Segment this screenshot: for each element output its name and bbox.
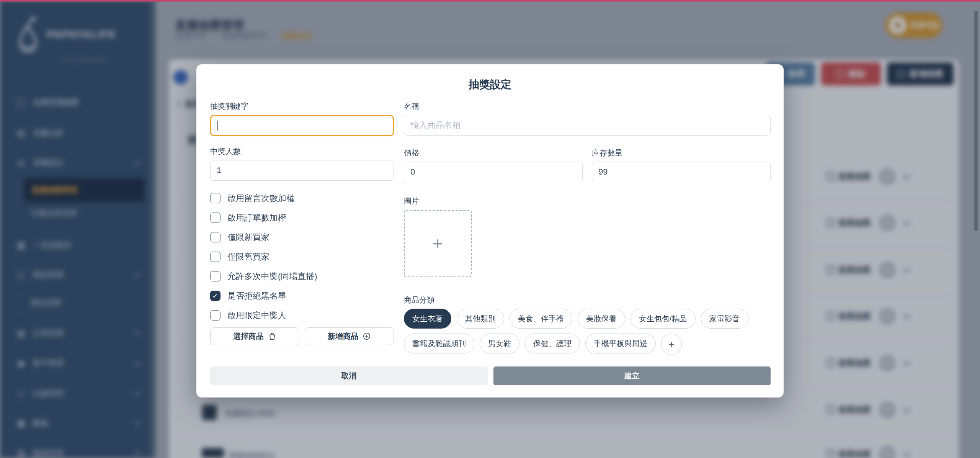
modal-right-column: 名稱 價格 庫存數量 圖片 + 商品分類 女生衣著 其他類別 美食 [404, 101, 771, 355]
winners-input[interactable] [210, 160, 394, 181]
checkbox[interactable] [210, 271, 220, 281]
price-input[interactable] [404, 162, 583, 182]
category-chip-shoes[interactable]: 男女鞋 [480, 334, 519, 353]
image-upload-dropzone[interactable]: + [404, 210, 472, 277]
product-buttons: 選擇商品 新增商品 [210, 327, 394, 345]
keyword-label: 抽獎關鍵字 [210, 101, 394, 111]
category-chips: 女生衣著 其他類別 美食、伴手禮 美妝保養 女生包包/精品 家電影音 書籍及雜誌… [404, 309, 771, 355]
checkbox[interactable] [210, 193, 220, 203]
add-product-button[interactable]: 新增商品 [305, 327, 394, 345]
checkbox[interactable] [210, 252, 220, 262]
modal-title: 抽獎設定 [196, 77, 784, 92]
checkbox-multiple-wins[interactable]: 允許多次中獎(同場直播) [210, 267, 394, 286]
category-chip-food-gifts[interactable]: 美食、伴手禮 [510, 309, 572, 329]
checkbox-reject-blacklist[interactable]: 是否拒絕黑名單 [210, 286, 394, 306]
image-label: 圖片 [404, 196, 771, 206]
text-caret [217, 121, 218, 131]
screen: PAPAYALIFE LIVE COMMERCE ◯ 直播營運總覽 ▤ 直播分析… [0, 0, 980, 458]
category-chip-electronics[interactable]: 家電影音 [701, 309, 748, 329]
price-label: 價格 [404, 148, 583, 158]
stock-label: 庫存數量 [592, 148, 771, 158]
plus-circle-icon [363, 332, 371, 340]
checkbox-checked[interactable] [210, 291, 220, 301]
category-label: 商品分類 [404, 295, 771, 305]
cancel-button[interactable]: 取消 [210, 366, 488, 385]
checkbox-old-buyers-only[interactable]: 僅限舊買家 [210, 247, 394, 267]
winners-label: 中獎人數 [210, 146, 394, 156]
lottery-settings-modal: 抽獎設定 抽獎關鍵字 中獎人數 啟用留言次數加權 啟用訂單數加權 僅限新買家 僅… [196, 64, 784, 397]
category-chip-women-clothing[interactable]: 女生衣著 [404, 309, 451, 329]
checkbox[interactable] [210, 213, 220, 223]
scrollbar-thumb[interactable] [974, 11, 978, 231]
price-stock-row: 價格 庫存數量 [404, 148, 771, 182]
add-category-chip[interactable]: + [661, 334, 682, 355]
stock-input[interactable] [592, 162, 771, 182]
category-chip-mobile[interactable]: 手機平板與周邊 [585, 334, 656, 353]
category-chip-bags[interactable]: 女生包包/精品 [630, 309, 696, 329]
checkbox[interactable] [210, 310, 220, 321]
category-chip-health[interactable]: 保健、護理 [525, 334, 580, 353]
keyword-input[interactable] [210, 115, 394, 136]
checkbox-limit-winners[interactable]: 啟用限定中獎人 [210, 306, 394, 325]
modal-footer: 取消 建立 [210, 366, 771, 385]
create-button[interactable]: 建立 [493, 366, 771, 385]
top-accent-bar [0, 0, 980, 2]
shopping-bag-icon [268, 332, 276, 340]
name-label: 名稱 [404, 101, 771, 111]
checkbox[interactable] [210, 232, 220, 242]
select-product-button[interactable]: 選擇商品 [210, 327, 299, 345]
checkbox-new-buyers-only[interactable]: 僅限新買家 [210, 227, 394, 247]
category-chip-other[interactable]: 其他類別 [457, 309, 504, 329]
name-input[interactable] [404, 115, 771, 136]
plus-icon: + [433, 235, 443, 252]
modal-left-column: 抽獎關鍵字 中獎人數 啟用留言次數加權 啟用訂單數加權 僅限新買家 僅限舊買家 [210, 101, 394, 345]
category-chip-books[interactable]: 書籍及雜誌期刊 [404, 334, 474, 353]
checkbox-order-weight[interactable]: 啟用訂單數加權 [210, 208, 394, 227]
checkbox-comment-weight[interactable]: 啟用留言次數加權 [210, 188, 394, 208]
category-chip-beauty[interactable]: 美妝保養 [578, 309, 625, 329]
